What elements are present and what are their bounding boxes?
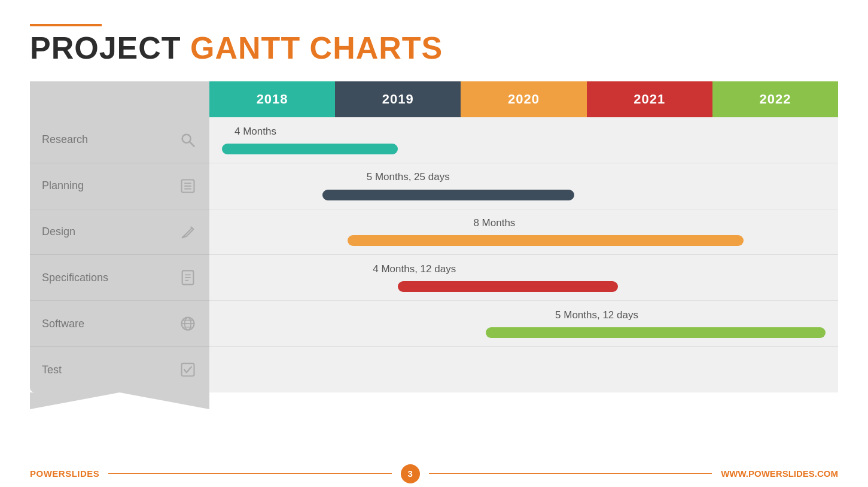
sidebar-item-planning: Planning (30, 163, 209, 209)
gantt-rows: 4 Months 5 Months, 25 days 8 Months 4 Mo… (209, 117, 838, 392)
title-dark: PROJECT (30, 31, 190, 65)
bar-planning (322, 190, 574, 200)
bar-label-software: 5 Months, 12 days (555, 309, 638, 321)
bar-label-design: 8 Months (473, 217, 515, 229)
year-2018: 2018 (209, 81, 335, 117)
header-accent-line (30, 24, 102, 26)
sidebar: Research Planning (30, 81, 209, 392)
sidebar-item-specifications: Specifications (30, 255, 209, 301)
gantt-row-research: 4 Months (209, 117, 838, 163)
page-title: PROJECT GANTT CHARTS (30, 32, 838, 63)
list-icon (178, 176, 197, 196)
sidebar-label-software: Software (42, 318, 84, 330)
footer-brand: POWERSLIDES (30, 468, 99, 479)
bar-label-planning: 5 Months, 25 days (367, 171, 450, 183)
footer-page-number: 3 (401, 464, 420, 483)
pencil-icon (178, 223, 197, 242)
globe-icon (178, 314, 197, 333)
svg-line-1 (190, 142, 194, 146)
gantt-row-planning: 5 Months, 25 days (209, 163, 838, 209)
year-2022: 2022 (712, 81, 838, 117)
footer-line-left (108, 473, 391, 474)
sidebar-item-software: Software (30, 301, 209, 347)
bar-design (348, 235, 744, 246)
year-2019: 2019 (335, 81, 461, 117)
doc-icon (178, 268, 197, 287)
sidebar-label-test: Test (42, 364, 62, 376)
sidebar-label-specifications: Specifications (42, 272, 108, 284)
chart-area: 2018 2019 2020 2021 2022 4 M (209, 81, 838, 392)
gantt-row-software: 5 Months, 12 days (209, 301, 838, 347)
chart-wrapper: Research Planning (30, 81, 838, 392)
footer-line-right (429, 473, 712, 474)
sidebar-label-design: Design (42, 226, 75, 238)
gantt-row-design: 8 Months (209, 209, 838, 255)
footer: POWERSLIDES 3 WWW.POWERSLIDES.COM (0, 460, 868, 487)
brand-orange: SLIDES (65, 468, 99, 479)
bar-label-research: 4 Months (234, 126, 276, 138)
bar-software (486, 327, 826, 338)
bar-research (222, 144, 398, 154)
svg-rect-17 (182, 364, 194, 376)
footer-url: WWW.POWERSLIDES.COM (721, 468, 838, 479)
sidebar-item-test: Test (30, 347, 209, 392)
gantt-row-test (209, 347, 838, 392)
checkbox-icon (178, 360, 197, 379)
title-orange: GANTT CHARTS (190, 31, 443, 65)
page: PROJECT GANTT CHARTS Research Planning (0, 0, 868, 487)
bar-specifications (398, 281, 618, 292)
bar-label-specifications: 4 Months, 12 days (373, 263, 456, 275)
brand-dark: POWER (30, 468, 65, 479)
search-icon (178, 130, 197, 150)
year-2021: 2021 (587, 81, 712, 117)
sidebar-item-design: Design (30, 209, 209, 255)
year-headers: 2018 2019 2020 2021 2022 (209, 81, 838, 117)
sidebar-label-research: Research (42, 133, 88, 146)
svg-point-0 (182, 135, 191, 143)
gantt-row-specifications: 4 Months, 12 days (209, 255, 838, 301)
sidebar-item-research: Research (30, 117, 209, 163)
sidebar-spacer (30, 81, 209, 117)
sidebar-label-planning: Planning (42, 179, 84, 192)
year-2020: 2020 (461, 81, 586, 117)
